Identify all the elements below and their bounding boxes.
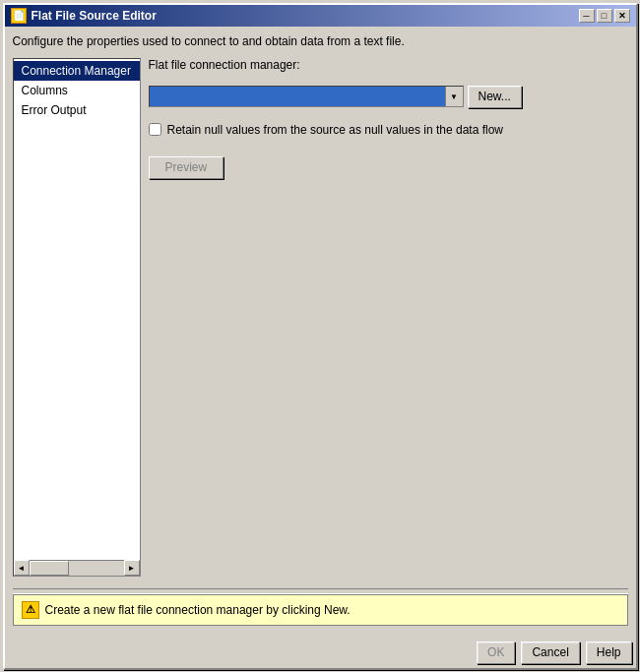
sidebar-scrollbar: ◄ ► [14, 560, 140, 576]
title-bar: 📄 Flat File Source Editor ─ □ ✕ [5, 5, 636, 27]
button-bar: OK Cancel Help [5, 640, 636, 668]
retain-null-label: Retain null values from the source as nu… [167, 123, 504, 137]
retain-null-checkbox[interactable] [149, 123, 161, 136]
sidebar-item-connection-manager[interactable]: Connection Manager [14, 61, 140, 81]
content-panel: Flat file connection manager: ▼ New... R… [149, 58, 628, 577]
window-icon: 📄 [11, 8, 27, 24]
connection-manager-combo[interactable]: ▼ [149, 86, 464, 107]
spacer [13, 577, 628, 584]
sidebar-items: Connection Manager Columns Error Output [14, 59, 140, 122]
main-area: Connection Manager Columns Error Output … [13, 58, 628, 577]
preview-button[interactable]: Preview [149, 156, 224, 179]
sidebar: Connection Manager Columns Error Output … [13, 58, 141, 577]
combo-container: ▼ New... [149, 86, 628, 108]
title-buttons: ─ □ ✕ [579, 9, 630, 23]
connection-manager-label: Flat file connection manager: [149, 58, 628, 72]
cancel-button[interactable]: Cancel [521, 641, 579, 664]
maximize-button[interactable]: □ [597, 9, 612, 23]
sidebar-item-columns[interactable]: Columns [14, 81, 140, 100]
ok-button[interactable]: OK [477, 641, 515, 664]
help-button[interactable]: Help [586, 641, 632, 664]
minimize-button[interactable]: ─ [579, 9, 595, 23]
main-window: 📄 Flat File Source Editor ─ □ ✕ Configur… [3, 3, 638, 670]
new-button[interactable]: New... [468, 86, 522, 108]
status-bar: ⚠ Create a new flat file connection mana… [13, 594, 628, 626]
scroll-track [30, 561, 124, 576]
window-content: Configure the properties used to connect… [5, 27, 636, 640]
status-message: Create a new flat file connection manage… [45, 603, 351, 617]
title-bar-left: 📄 Flat File Source Editor [11, 8, 157, 24]
description-text: Configure the properties used to connect… [13, 34, 628, 48]
sidebar-item-error-output[interactable]: Error Output [14, 100, 140, 120]
close-button[interactable]: ✕ [614, 9, 630, 23]
retain-null-row: Retain null values from the source as nu… [149, 123, 628, 137]
scroll-left-arrow[interactable]: ◄ [14, 560, 30, 576]
combo-dropdown-button[interactable]: ▼ [445, 87, 463, 106]
scroll-right-arrow[interactable]: ► [124, 560, 140, 576]
window-title: Flat File Source Editor [32, 9, 157, 23]
warning-icon: ⚠ [22, 601, 39, 619]
preview-btn-row: Preview [149, 156, 628, 179]
scroll-thumb[interactable] [30, 561, 69, 576]
separator-top [13, 588, 628, 589]
